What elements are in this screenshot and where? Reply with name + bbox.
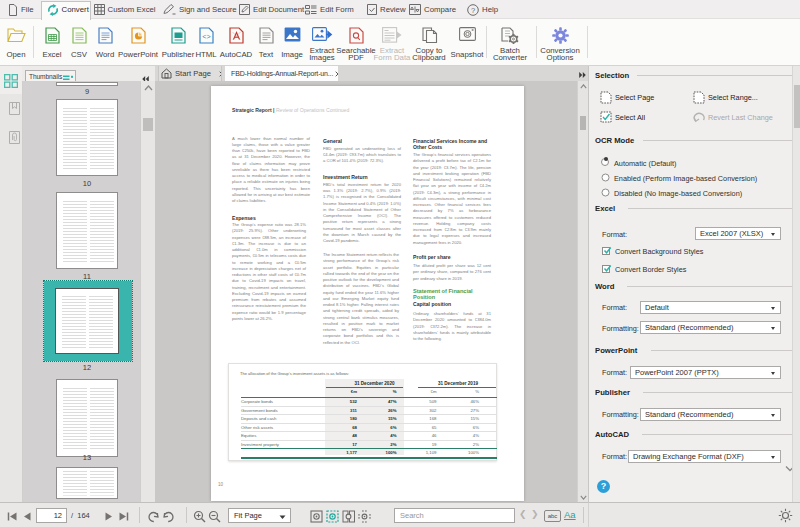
svg-text:?: ? bbox=[471, 5, 475, 14]
svg-text:<>: <> bbox=[202, 33, 210, 41]
